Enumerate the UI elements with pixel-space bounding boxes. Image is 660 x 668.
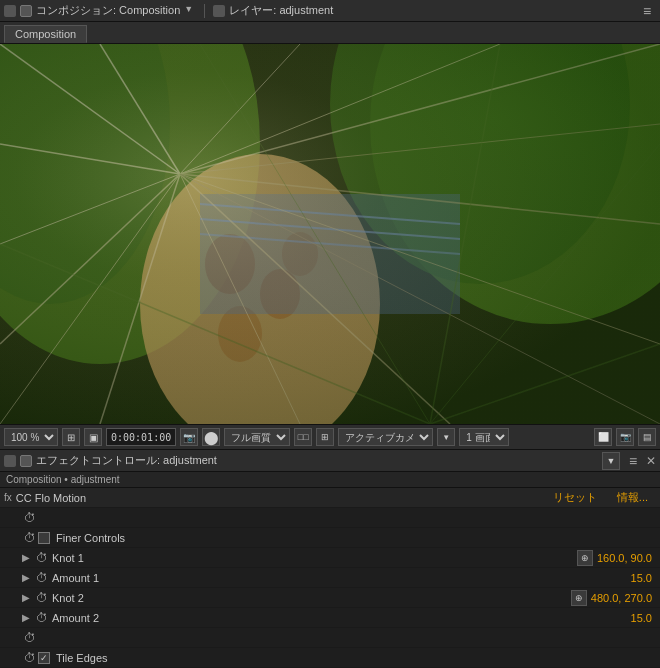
amount2-value[interactable]: 15.0 (631, 612, 660, 624)
fx-row-tile-edges: ⏱ Tile Edges (0, 648, 660, 668)
timecode-display[interactable]: 0:00:01:00 (106, 428, 176, 446)
composition-tab[interactable]: Composition (4, 25, 87, 43)
preview-area (0, 44, 660, 424)
amount2-label: Amount 2 (50, 612, 631, 624)
fx-row-knot1: ▶ ⏱ Knot 1 ⊕ 160.0, 90.0 (0, 548, 660, 568)
panel-icon-1 (4, 5, 16, 17)
fx-header-cс-flo-motion: fx CC Flo Motion リセット 情報... (0, 488, 660, 508)
fx-stopwatch-amount1[interactable]: ⏱ (34, 571, 50, 585)
knot1-point-btn[interactable]: ⊕ (577, 550, 593, 566)
effects-options-button[interactable]: ≡ (624, 452, 642, 470)
transparency-btn[interactable]: ▤ (638, 428, 656, 446)
knot1-label: Knot 1 (50, 552, 577, 564)
fx-expand-knot1[interactable]: ▶ (22, 552, 34, 563)
amount1-label: Amount 1 (50, 572, 631, 584)
fx-header-actions: リセット 情報... (553, 490, 648, 505)
bottom-toolbar: 100 % ⊞ ▣ 0:00:01:00 📷 ⬤ フル画質 □□ ⊞ アクティブ… (0, 424, 660, 450)
tile-edges-label: Tile Edges (54, 652, 660, 664)
tile-edges-checkbox[interactable] (38, 652, 50, 664)
camera-btn[interactable]: 📷 (180, 428, 198, 446)
tile-edges-area: Tile Edges (38, 652, 660, 664)
effects-close-button[interactable]: ✕ (646, 454, 656, 468)
view-dropdown-btn[interactable]: ▼ (437, 428, 455, 446)
finer-controls-area: Finer Controls (38, 532, 660, 544)
fx-stopwatch-amount2[interactable]: ⏱ (34, 611, 50, 625)
safe-zone-btn[interactable]: ▣ (84, 428, 102, 446)
fx-row-amount1: ▶ ⏱ Amount 1 15.0 (0, 568, 660, 588)
effects-panel-title: エフェクトコントロール: adjustment (36, 453, 598, 468)
fx-expand-knot2[interactable]: ▶ (22, 592, 34, 603)
effects-icon-1 (4, 455, 16, 467)
color-btn[interactable]: ⬤ (202, 428, 220, 446)
expand-btn[interactable]: ⬜ (594, 428, 612, 446)
effects-panel: エフェクトコントロール: adjustment ▼ ≡ ✕ Compositio… (0, 450, 660, 668)
composition-panel-title: コンポジション: Composition (36, 3, 180, 18)
fx-stopwatch-icon-1[interactable]: ⏱ (22, 511, 38, 525)
preview-canvas (0, 44, 660, 424)
effects-top-bar: エフェクトコントロール: adjustment ▼ ≡ ✕ (0, 450, 660, 472)
effects-subtitle: Composition • adjustment (0, 472, 660, 488)
fx-stopwatch-icon-2[interactable]: ⏱ (22, 631, 38, 645)
svg-rect-36 (0, 44, 660, 424)
fx-row-stopwatch2: ⏱ (0, 628, 660, 648)
fx-stopwatch-finer[interactable]: ⏱ (22, 531, 38, 545)
layout-select[interactable]: 1 画面 (459, 428, 509, 446)
fx-expand-amount2[interactable]: ▶ (22, 612, 34, 623)
fx-row-stopwatch1: ⏱ (0, 508, 660, 528)
effects-content: fx CC Flo Motion リセット 情報... ⏱ ⏱ Finer Co… (0, 488, 660, 668)
fx-name-label: CC Flo Motion (16, 492, 553, 504)
top-bar: コンポジション: Composition ▼ レイヤー: adjustment … (0, 0, 660, 22)
knot2-value[interactable]: 480.0, 270.0 (591, 592, 660, 604)
quality-select[interactable]: フル画質 (224, 428, 290, 446)
comp-tab-bar: Composition (0, 22, 660, 44)
fx-row-knot2: ▶ ⏱ Knot 2 ⊕ 480.0, 270.0 (0, 588, 660, 608)
panel-icon-2 (20, 5, 32, 17)
fx-row-amount2: ▶ ⏱ Amount 2 15.0 (0, 608, 660, 628)
fx-expand-amount1[interactable]: ▶ (22, 572, 34, 583)
fx-info-button[interactable]: 情報... (617, 490, 648, 505)
comp-dropdown-icon[interactable]: ▼ (184, 4, 196, 18)
finer-controls-label: Finer Controls (54, 532, 660, 544)
layer-panel-title: レイヤー: adjustment (229, 3, 333, 18)
grid-btn[interactable]: ⊞ (316, 428, 334, 446)
view-select[interactable]: アクティブカメラ (338, 428, 433, 446)
fx-reset-button[interactable]: リセット (553, 490, 597, 505)
finer-controls-checkbox[interactable] (38, 532, 50, 544)
knot2-label: Knot 2 (50, 592, 571, 604)
fx-toggle-icon[interactable]: fx (4, 492, 12, 503)
fx-row-finer-controls: ⏱ Finer Controls (0, 528, 660, 548)
separator (204, 4, 205, 18)
effects-icon-2 (20, 455, 32, 467)
snapshot-btn[interactable]: 📷 (616, 428, 634, 446)
fx-stopwatch-knot2[interactable]: ⏱ (34, 591, 50, 605)
panel-options-button[interactable]: ≡ (638, 2, 656, 20)
fx-stopwatch-tile[interactable]: ⏱ (22, 651, 38, 665)
effects-dropdown-btn[interactable]: ▼ (602, 452, 620, 470)
fit-btn[interactable]: ⊞ (62, 428, 80, 446)
fx-stopwatch-knot1[interactable]: ⏱ (34, 551, 50, 565)
resolution-btn[interactable]: □□ (294, 428, 312, 446)
knot1-value[interactable]: 160.0, 90.0 (597, 552, 660, 564)
amount1-value[interactable]: 15.0 (631, 572, 660, 584)
panel-icon-3 (213, 5, 225, 17)
knot2-point-btn[interactable]: ⊕ (571, 590, 587, 606)
zoom-select[interactable]: 100 % (4, 428, 58, 446)
